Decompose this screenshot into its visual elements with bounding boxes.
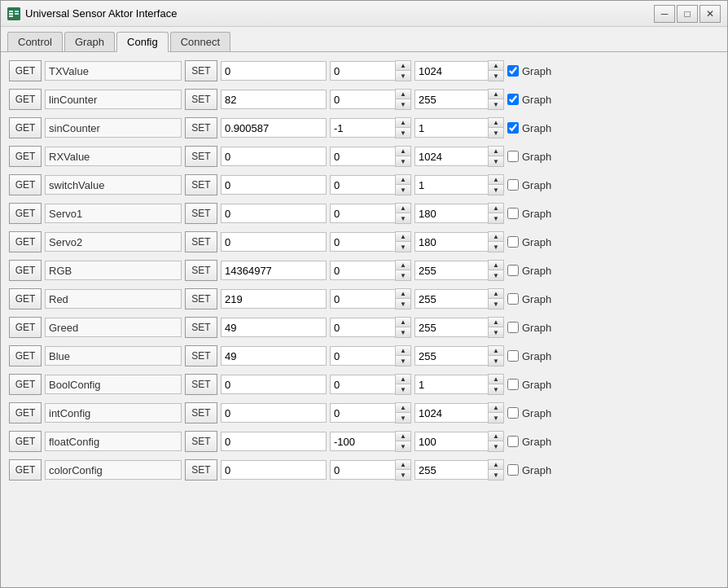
graph-checkbox-13[interactable]: [507, 436, 519, 447]
field-name-14[interactable]: [45, 460, 182, 480]
max-input-12[interactable]: [414, 403, 488, 423]
tab-config[interactable]: Config: [116, 32, 169, 52]
get-button-1[interactable]: GET: [9, 89, 42, 110]
min-down-btn-10[interactable]: ▼: [396, 356, 410, 366]
min-up-btn-14[interactable]: ▲: [396, 460, 410, 470]
value-input-1[interactable]: [221, 90, 327, 109]
value-input-7[interactable]: [221, 261, 327, 280]
max-input-7[interactable]: [414, 261, 488, 280]
set-button-10[interactable]: SET: [185, 345, 217, 366]
max-input-0[interactable]: [414, 61, 488, 81]
min-up-btn-7[interactable]: ▲: [396, 261, 410, 270]
field-name-6[interactable]: [45, 232, 182, 252]
max-down-btn-13[interactable]: ▼: [489, 441, 503, 451]
field-name-11[interactable]: [45, 375, 182, 394]
max-up-btn-2[interactable]: ▲: [489, 118, 503, 128]
max-down-btn-1[interactable]: ▼: [489, 99, 503, 109]
set-button-8[interactable]: SET: [185, 288, 217, 309]
value-input-9[interactable]: [221, 318, 327, 337]
set-button-14[interactable]: SET: [185, 459, 217, 480]
max-down-btn-14[interactable]: ▼: [489, 470, 503, 480]
set-button-9[interactable]: SET: [185, 317, 217, 338]
min-up-btn-3[interactable]: ▲: [396, 147, 410, 156]
max-down-btn-10[interactable]: ▼: [489, 356, 503, 366]
max-up-btn-4[interactable]: ▲: [489, 175, 503, 185]
max-input-11[interactable]: [414, 375, 488, 394]
max-down-btn-9[interactable]: ▼: [489, 327, 503, 337]
field-name-2[interactable]: [45, 118, 182, 138]
min-down-btn-2[interactable]: ▼: [396, 128, 410, 138]
min-input-7[interactable]: [330, 261, 395, 280]
min-up-btn-1[interactable]: ▲: [396, 90, 410, 99]
min-up-btn-8[interactable]: ▲: [396, 289, 410, 299]
tab-graph[interactable]: Graph: [64, 32, 115, 51]
set-button-3[interactable]: SET: [185, 146, 217, 167]
max-input-13[interactable]: [414, 432, 488, 451]
max-input-5[interactable]: [414, 204, 488, 223]
min-down-btn-14[interactable]: ▼: [396, 470, 410, 480]
min-input-8[interactable]: [330, 289, 395, 309]
min-down-btn-3[interactable]: ▼: [396, 156, 410, 166]
graph-checkbox-2[interactable]: [507, 122, 519, 134]
maximize-button[interactable]: □: [677, 5, 698, 23]
minimize-button[interactable]: ─: [654, 5, 675, 23]
field-name-7[interactable]: [45, 261, 182, 280]
value-input-3[interactable]: [221, 147, 327, 166]
max-down-btn-11[interactable]: ▼: [489, 384, 503, 394]
max-up-btn-1[interactable]: ▲: [489, 90, 503, 99]
max-down-btn-12[interactable]: ▼: [489, 413, 503, 423]
get-button-4[interactable]: GET: [9, 174, 42, 195]
max-input-2[interactable]: [414, 118, 488, 138]
min-input-9[interactable]: [330, 318, 395, 337]
value-input-5[interactable]: [221, 204, 327, 223]
value-input-6[interactable]: [221, 232, 327, 252]
max-input-10[interactable]: [414, 346, 488, 366]
max-down-btn-5[interactable]: ▼: [489, 213, 503, 223]
get-button-0[interactable]: GET: [9, 60, 42, 81]
min-input-3[interactable]: [330, 147, 395, 166]
max-up-btn-9[interactable]: ▲: [489, 318, 503, 327]
value-input-8[interactable]: [221, 289, 327, 309]
max-up-btn-8[interactable]: ▲: [489, 289, 503, 299]
get-button-14[interactable]: GET: [9, 459, 42, 480]
min-input-4[interactable]: [330, 175, 395, 195]
graph-checkbox-1[interactable]: [507, 94, 519, 105]
field-name-5[interactable]: [45, 204, 182, 223]
min-input-2[interactable]: [330, 118, 395, 138]
value-input-4[interactable]: [221, 175, 327, 195]
get-button-13[interactable]: GET: [9, 431, 42, 452]
graph-checkbox-12[interactable]: [507, 407, 519, 419]
max-down-btn-6[interactable]: ▼: [489, 242, 503, 252]
set-button-5[interactable]: SET: [185, 203, 217, 224]
field-name-3[interactable]: [45, 147, 182, 166]
field-name-12[interactable]: [45, 403, 182, 423]
field-name-13[interactable]: [45, 432, 182, 451]
min-input-1[interactable]: [330, 90, 395, 109]
max-up-btn-7[interactable]: ▲: [489, 261, 503, 270]
set-button-6[interactable]: SET: [185, 231, 217, 252]
max-down-btn-8[interactable]: ▼: [489, 299, 503, 309]
min-down-btn-9[interactable]: ▼: [396, 327, 410, 337]
graph-checkbox-4[interactable]: [507, 179, 519, 191]
max-down-btn-7[interactable]: ▼: [489, 270, 503, 280]
min-down-btn-1[interactable]: ▼: [396, 99, 410, 109]
min-up-btn-9[interactable]: ▲: [396, 318, 410, 327]
field-name-4[interactable]: [45, 175, 182, 195]
max-up-btn-0[interactable]: ▲: [489, 61, 503, 71]
max-down-btn-0[interactable]: ▼: [489, 71, 503, 81]
get-button-10[interactable]: GET: [9, 345, 42, 366]
max-down-btn-3[interactable]: ▼: [489, 156, 503, 166]
min-down-btn-8[interactable]: ▼: [396, 299, 410, 309]
field-name-0[interactable]: [45, 61, 182, 81]
min-down-btn-11[interactable]: ▼: [396, 384, 410, 394]
max-up-btn-14[interactable]: ▲: [489, 460, 503, 470]
get-button-7[interactable]: GET: [9, 260, 42, 281]
max-down-btn-4[interactable]: ▼: [489, 185, 503, 195]
max-input-8[interactable]: [414, 289, 488, 309]
field-name-1[interactable]: [45, 90, 182, 109]
max-down-btn-2[interactable]: ▼: [489, 128, 503, 138]
min-down-btn-12[interactable]: ▼: [396, 413, 410, 423]
min-input-6[interactable]: [330, 232, 395, 252]
min-down-btn-7[interactable]: ▼: [396, 270, 410, 280]
min-up-btn-10[interactable]: ▲: [396, 346, 410, 356]
